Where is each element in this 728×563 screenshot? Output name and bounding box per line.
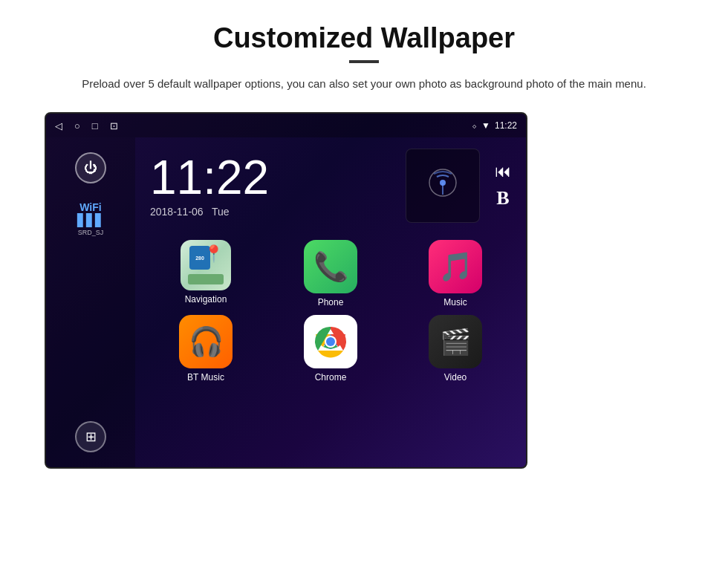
next-letter-button[interactable]: B: [496, 187, 509, 209]
chrome-icon: [304, 315, 357, 368]
app-item-phone[interactable]: 📞 Phone: [272, 240, 389, 307]
clock-area: 11:22 2018-11-06 Tue: [135, 137, 526, 234]
carsetting-label: CarSetting: [526, 452, 527, 469]
page-description: Preload over 5 default wallpaper options…: [82, 75, 646, 93]
chrome-label: Chrome: [315, 372, 347, 383]
app-item-music[interactable]: 🎵 Music: [397, 240, 514, 307]
main-content: 11:22 2018-11-06 Tue: [135, 137, 526, 467]
btmusic-icon: 🎧: [179, 315, 233, 368]
screenshot-icon[interactable]: ⊡: [110, 120, 118, 131]
wallpaper-thumb-1[interactable]: [526, 114, 527, 284]
status-bar-info: ⬦ ▼ 11:22: [472, 120, 517, 131]
page-title: Customized Wallpaper: [45, 22, 683, 54]
title-divider: [349, 60, 379, 63]
wifi-signal-bars: ▋▋▋: [77, 213, 104, 227]
clock-block: 11:22 2018-11-06 Tue: [150, 154, 391, 218]
btmusic-label: BT Music: [187, 372, 224, 383]
music-label: Music: [443, 297, 467, 307]
bluetooth-headphone-icon: 🎧: [189, 325, 224, 358]
phone-icon: 📞: [304, 240, 357, 293]
wifi-info: WiFi ▋▋▋ SRD_SJ: [77, 201, 104, 236]
app-item-btmusic[interactable]: 🎧 BT Music: [147, 315, 264, 383]
video-label: Video: [444, 372, 467, 383]
home-icon[interactable]: ○: [74, 120, 80, 131]
svg-point-6: [326, 337, 335, 346]
android-screen: ◁ ○ □ ⊡ ⬦ ▼ 11:22 ⏻ WiFi: [45, 112, 527, 469]
app-item-navigation[interactable]: 280 📍 Navigation: [147, 240, 264, 307]
apps-grid-icon: ⊞: [85, 429, 97, 445]
sidebar: ⏻ WiFi ▋▋▋ SRD_SJ ⊞: [46, 137, 135, 467]
ice-wallpaper: [526, 114, 527, 284]
clock-status: 11:22: [495, 120, 517, 131]
wallpaper-divider: [526, 284, 527, 305]
video-icon: 🎬: [429, 315, 482, 368]
sidebar-top: ⏻ WiFi ▋▋▋ SRD_SJ: [75, 152, 106, 236]
chrome-logo-svg: [313, 325, 348, 359]
nav-pin-icon: 📍: [204, 244, 224, 264]
recents-icon[interactable]: □: [92, 120, 98, 131]
media-signal-icon: [426, 166, 459, 199]
media-controls: ⏮ B: [495, 162, 511, 209]
nav-road: [188, 274, 224, 284]
screen-container: ◁ ○ □ ⊡ ⬦ ▼ 11:22 ⏻ WiFi: [45, 112, 713, 469]
power-icon: ⏻: [84, 160, 97, 176]
wifi-label: WiFi: [77, 201, 104, 213]
wallpaper-thumbnails: CarSetting: [526, 114, 527, 469]
clock-time: 11:22: [150, 154, 391, 201]
wifi-ssid: SRD_SJ: [77, 229, 104, 236]
phone-label: Phone: [318, 297, 344, 307]
signal-icon: ▼: [481, 120, 490, 131]
power-button[interactable]: ⏻: [75, 152, 106, 183]
navigation-label: Navigation: [185, 294, 227, 305]
music-icon: 🎵: [429, 240, 482, 293]
apps-button[interactable]: ⊞: [75, 421, 106, 452]
media-icon: [426, 166, 459, 206]
clock-date: 2018-11-06 Tue: [150, 206, 391, 218]
navigation-icon: 280 📍: [181, 240, 231, 290]
app-grid: 280 📍 Navigation 📞 Phone: [135, 234, 526, 388]
wallpaper-thumb-2[interactable]: CarSetting: [526, 305, 527, 469]
clapboard-icon: 🎬: [440, 327, 471, 357]
app-item-video[interactable]: 🎬 Video: [397, 315, 514, 383]
back-icon[interactable]: ◁: [55, 120, 62, 131]
app-item-chrome[interactable]: Chrome: [272, 315, 389, 383]
prev-track-button[interactable]: ⏮: [495, 162, 511, 181]
status-bar: ◁ ○ □ ⊡ ⬦ ▼ 11:22: [46, 114, 526, 137]
media-widget: [406, 149, 480, 223]
location-icon: ⬦: [472, 120, 477, 131]
status-bar-nav: ◁ ○ □ ⊡: [55, 120, 118, 131]
